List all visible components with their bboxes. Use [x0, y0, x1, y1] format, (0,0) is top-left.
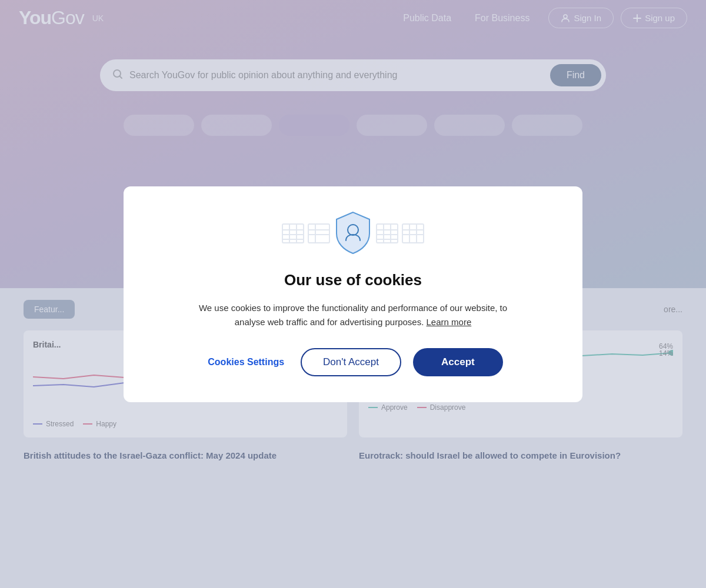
table-icon-left-1 — [280, 220, 306, 246]
accept-button[interactable]: Accept — [413, 348, 503, 376]
svg-rect-21 — [402, 224, 424, 243]
modal-actions: Cookies Settings Don't Accept Accept — [152, 348, 554, 376]
modal-title: Our use of cookies — [284, 271, 422, 289]
svg-rect-10 — [308, 224, 329, 243]
table-icon-right-2 — [400, 220, 426, 246]
modal-body-text: We use cookies to improve the functional… — [188, 301, 518, 329]
svg-rect-4 — [282, 224, 304, 243]
learn-more-link[interactable]: Learn more — [427, 317, 472, 327]
svg-rect-15 — [377, 224, 398, 243]
cookie-modal: Our use of cookies We use cookies to imp… — [124, 186, 582, 402]
table-icon-left-2 — [306, 220, 332, 246]
cookies-settings-button[interactable]: Cookies Settings — [203, 350, 289, 375]
modal-overlay: Our use of cookies We use cookies to imp… — [0, 0, 706, 588]
table-icon-right-1 — [374, 220, 400, 246]
shield-area — [152, 210, 554, 257]
dont-accept-button[interactable]: Don't Accept — [301, 348, 401, 376]
privacy-shield-icon — [332, 210, 374, 257]
